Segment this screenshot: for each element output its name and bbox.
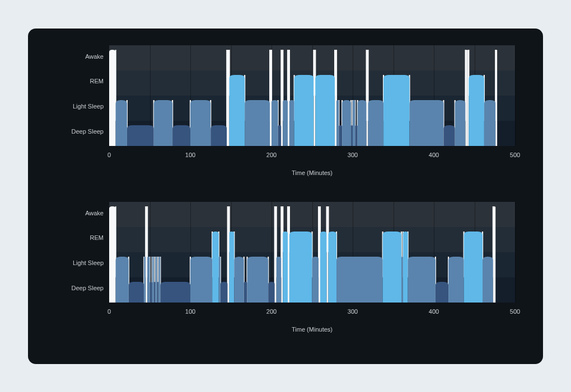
x-tick: 500 [510, 308, 520, 315]
x-axis-0: 0100200300400500 [109, 152, 515, 163]
chart-panel: Awake REM Light Sleep Deep Sleep 0100200… [28, 29, 543, 364]
x-tick: 300 [348, 308, 358, 315]
x-axis-title: Time (Minutes) [109, 326, 515, 333]
bars-svg [109, 45, 515, 146]
x-tick: 400 [429, 152, 439, 158]
x-tick: 100 [185, 152, 195, 158]
x-tick: 300 [348, 152, 358, 158]
y-label-deep: Deep Sleep [50, 128, 104, 135]
x-tick: 500 [510, 152, 520, 158]
y-label-awake: Awake [50, 210, 104, 216]
x-tick: 200 [266, 308, 277, 315]
x-tick: 400 [429, 308, 439, 315]
bars-svg [109, 202, 515, 303]
y-label-awake: Awake [50, 53, 104, 60]
x-tick: 0 [107, 152, 111, 158]
x-axis-title: Time (Minutes) [109, 169, 515, 176]
hypnogram-chart-1: Awake REM Light Sleep Deep Sleep 0100200… [50, 202, 521, 347]
y-label-rem: REM [50, 78, 104, 84]
y-label-rem: REM [50, 234, 104, 241]
hypnogram-chart-0: Awake REM Light Sleep Deep Sleep 0100200… [50, 45, 521, 191]
y-label-light: Light Sleep [50, 103, 104, 110]
plot-area-1 [109, 202, 515, 303]
x-tick: 100 [185, 308, 195, 315]
x-tick: 200 [266, 152, 277, 158]
plot-area-0 [109, 45, 515, 146]
x-tick: 0 [107, 308, 111, 315]
x-axis-1: 0100200300400500 [109, 308, 515, 319]
y-label-light: Light Sleep [50, 259, 104, 266]
y-label-deep: Deep Sleep [50, 285, 104, 291]
